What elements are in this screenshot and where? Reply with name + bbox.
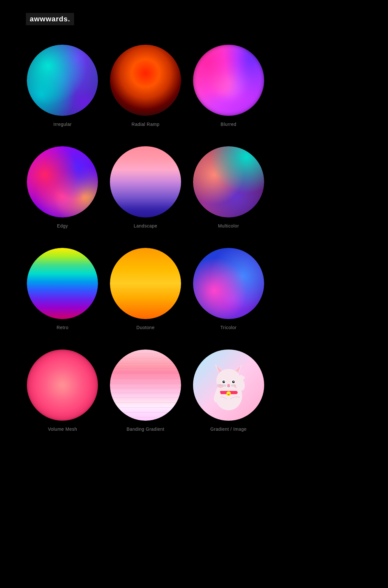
lucky-cat-icon <box>206 359 251 412</box>
list-item: Edgy <box>26 146 99 228</box>
gradient-circle-radial-ramp[interactable] <box>110 45 181 116</box>
gradient-circle-landscape[interactable] <box>110 146 181 217</box>
list-item: Multicolor <box>192 146 265 228</box>
svg-point-12 <box>227 384 230 386</box>
list-item: Landscape <box>109 146 182 228</box>
gradient-label: Radial Ramp <box>132 122 159 127</box>
gradient-label: Duotone <box>136 325 155 330</box>
svg-point-27 <box>228 394 230 395</box>
gradient-label: Blurred <box>221 122 236 127</box>
svg-point-26 <box>227 392 230 394</box>
gradient-circle-retro[interactable] <box>27 248 98 319</box>
gradient-label: Landscape <box>134 223 157 228</box>
gradient-label: Banding Gradient <box>127 427 165 432</box>
svg-point-10 <box>223 381 224 382</box>
gradient-circle-irregular[interactable] <box>27 45 98 116</box>
list-item: Gradient / Image <box>192 349 265 432</box>
gradient-circle-blurred[interactable] <box>193 45 264 116</box>
svg-point-22 <box>240 375 242 378</box>
gradient-label: Edgy <box>57 223 68 228</box>
list-item: Radial Ramp <box>109 45 182 127</box>
gradient-label: Volume Mesh <box>48 427 77 432</box>
logo: awwwards. <box>26 13 74 25</box>
gradient-circle-edgy[interactable] <box>27 146 98 217</box>
list-item: Irregular <box>26 45 99 127</box>
gradient-circle-volume-mesh[interactable] <box>27 349 98 421</box>
list-item: Banding Gradient <box>109 349 182 432</box>
gradient-label: Irregular <box>53 122 72 127</box>
gradient-label: Retro <box>57 325 69 330</box>
svg-point-11 <box>233 381 234 382</box>
list-item: Retro <box>26 248 99 330</box>
list-item: Volume Mesh <box>26 349 99 432</box>
gradient-circle-image[interactable] <box>193 349 264 421</box>
gradient-circle-tricolor[interactable] <box>193 248 264 319</box>
gradient-label: Multicolor <box>218 223 239 228</box>
gradient-circle-duotone[interactable] <box>110 248 181 319</box>
gradient-label: Tricolor <box>221 325 237 330</box>
svg-point-23 <box>242 376 245 379</box>
list-item: Blurred <box>192 45 265 127</box>
gradient-grid: Irregular Radial Ramp Blurred Edgy Lands… <box>26 38 265 438</box>
svg-point-21 <box>237 375 240 379</box>
svg-point-17 <box>218 385 223 388</box>
gradient-circle-banding[interactable] <box>110 349 181 421</box>
gradient-label: Gradient / Image <box>210 427 247 432</box>
logo-text: awwwards. <box>30 15 70 23</box>
gradient-circle-multicolor[interactable] <box>193 146 264 217</box>
list-item: Duotone <box>109 248 182 330</box>
list-item: Tricolor <box>192 248 265 330</box>
